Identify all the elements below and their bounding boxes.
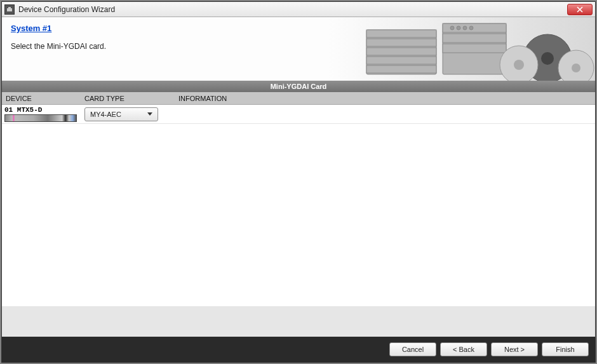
title-bar: Device Configuration Wizard [2,2,595,17]
device-table-body: 01 MTX5-D MY4-AEC [2,105,595,306]
spacer [2,306,595,337]
wizard-banner: System #1 Select the Mini-YGDAI card. [2,17,595,81]
svg-point-13 [457,26,460,30]
svg-point-19 [514,60,524,70]
wizard-footer: Cancel < Back Next > Finish [2,337,595,362]
svg-point-17 [541,52,554,65]
equipment-illustration [360,17,595,81]
card-type-cell: MY4-AEC [84,107,178,121]
svg-point-12 [450,26,454,30]
app-icon [4,4,15,15]
wizard-window: Device Configuration Wizard System #1 Se… [1,1,596,363]
back-button[interactable]: < Back [440,342,487,356]
svg-point-14 [463,26,467,30]
cancel-button[interactable]: Cancel [389,342,436,356]
column-header-card-type: CARD TYPE [84,95,178,102]
column-header-device: DEVICE [2,95,84,102]
svg-rect-5 [366,48,436,55]
close-icon [577,6,583,13]
card-type-dropdown[interactable]: MY4-AEC [84,107,158,121]
close-button[interactable] [567,4,593,15]
next-button[interactable]: Next > [491,342,538,356]
window-title: Device Configuration Wizard [18,5,567,14]
chevron-down-icon [147,112,152,116]
column-header-row: DEVICE CARD TYPE INFORMATION [2,92,595,105]
svg-rect-6 [366,57,436,64]
dropdown-selected-text: MY4-AEC [90,111,147,118]
device-label: 01 MTX5-D [4,106,84,114]
svg-rect-10 [443,34,506,43]
svg-point-21 [572,64,580,72]
svg-point-15 [469,26,473,30]
table-row: 01 MTX5-D MY4-AEC [2,105,595,124]
svg-rect-0 [7,8,12,11]
device-thumbnail [4,114,77,122]
svg-rect-3 [366,30,436,37]
device-cell: 01 MTX5-D [2,106,84,122]
column-header-information: INFORMATION [178,95,595,102]
svg-rect-7 [366,65,436,73]
svg-rect-4 [366,39,436,46]
section-header: Mini-YGDAI Card [2,81,595,92]
svg-rect-1 [8,7,11,8]
svg-rect-11 [443,44,506,53]
finish-button[interactable]: Finish [542,342,589,356]
